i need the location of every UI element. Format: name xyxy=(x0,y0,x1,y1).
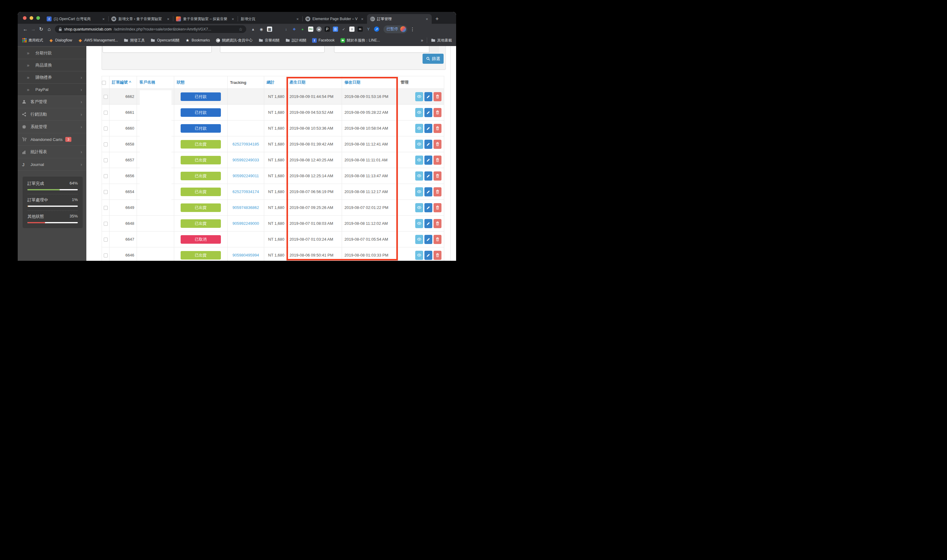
tracking-link[interactable]: 905992249033 xyxy=(233,158,259,162)
filter-input-2[interactable] xyxy=(220,46,325,53)
edit-order-button[interactable] xyxy=(424,219,432,228)
sidebar-item-購物禮券[interactable]: »購物禮券› xyxy=(18,71,86,83)
tab-close-icon[interactable]: × xyxy=(296,17,299,22)
view-order-button[interactable] xyxy=(415,219,423,228)
view-order-button[interactable] xyxy=(415,92,423,101)
browser-tab[interactable]: f(1) OpenCart 台灣電商× xyxy=(44,14,108,24)
edit-order-button[interactable] xyxy=(424,140,432,149)
delete-order-button[interactable] xyxy=(434,140,442,149)
edit-order-button[interactable] xyxy=(424,251,432,260)
check-extension-icon[interactable]: ✓ xyxy=(341,26,346,32)
sort-status[interactable]: 狀態 xyxy=(177,80,185,85)
line-extension-icon[interactable]: ● xyxy=(316,26,322,32)
bookmark-item[interactable]: Opencart相關 xyxy=(151,38,179,43)
bookmark-item[interactable]: ★Bookmarks xyxy=(185,38,210,43)
sidebar-item-客戶管理[interactable]: 客戶管理› xyxy=(18,96,86,108)
edit-order-button[interactable] xyxy=(424,108,432,117)
edit-order-button[interactable] xyxy=(424,171,432,181)
browser-tab[interactable]: 新增分頁× xyxy=(238,14,302,24)
delete-order-button[interactable] xyxy=(434,203,442,212)
edit-order-button[interactable] xyxy=(424,187,432,197)
profile-chip[interactable]: 已暫停 xyxy=(383,25,407,33)
bookmark-item[interactable]: 設計相關 xyxy=(285,38,306,43)
sort-created[interactable]: 產生日期 xyxy=(289,80,305,85)
drive-extension-icon[interactable]: ▲ xyxy=(251,26,256,32)
tab-close-icon[interactable]: × xyxy=(425,17,429,22)
tracking-link[interactable]: 905974836862 xyxy=(233,205,259,210)
row-checkbox[interactable] xyxy=(104,158,108,162)
sidebar-item-paypal[interactable]: »PayPal› xyxy=(18,83,86,96)
tracking-link[interactable]: 625270934185 xyxy=(233,142,259,146)
sort-total[interactable]: 總計 xyxy=(266,80,274,85)
delete-order-button[interactable] xyxy=(434,187,442,197)
camera-extension-icon[interactable]: ◉ xyxy=(259,26,264,32)
tracking-link[interactable]: 905992249000 xyxy=(233,221,259,226)
home-button[interactable]: ⌂ xyxy=(45,26,53,32)
sidebar-item-行銷活動[interactable]: 行銷活動› xyxy=(18,108,86,121)
back-button[interactable]: ← xyxy=(22,26,29,32)
browser-tab[interactable]: 量子音樂實驗室 – 探索音樂× xyxy=(173,14,238,24)
view-order-button[interactable] xyxy=(415,187,423,197)
sidebar-item-統計報表[interactable]: 統計報表› xyxy=(18,146,86,158)
sidebar-item-journal[interactable]: JJournal› xyxy=(18,158,86,171)
view-order-button[interactable] xyxy=(415,155,423,165)
minimize-window-button[interactable] xyxy=(29,16,33,20)
delete-order-button[interactable] xyxy=(434,124,442,133)
tracking-link[interactable]: 625270934174 xyxy=(233,189,259,194)
sidebar-item-系統管理[interactable]: 系統管理› xyxy=(18,121,86,133)
bookmark-item[interactable]: ◆AWS Management... xyxy=(78,38,118,43)
qr-extension-icon[interactable]: ▦ xyxy=(267,26,272,32)
maximize-window-button[interactable] xyxy=(36,16,40,20)
delete-order-button[interactable] xyxy=(434,219,442,228)
edit-order-button[interactable] xyxy=(424,124,432,133)
scrollbar[interactable] xyxy=(450,46,451,261)
tracking-link[interactable]: 905992249011 xyxy=(233,174,259,178)
delete-order-button[interactable] xyxy=(434,108,442,117)
new-tab-button[interactable]: + xyxy=(435,15,439,22)
view-order-button[interactable] xyxy=(415,203,423,212)
download-extension-icon[interactable]: ↓ xyxy=(283,26,289,32)
evernote-extension-icon[interactable]: ● xyxy=(300,26,305,32)
browser-tab[interactable]: W新增文章 ‹ 量子音樂實驗室× xyxy=(108,14,173,24)
delete-order-button[interactable] xyxy=(434,251,442,260)
compass-extension-icon[interactable]: ↗ xyxy=(374,26,379,32)
sort-order-id[interactable]: 訂單編號 ^ xyxy=(112,80,131,85)
bookmark-item[interactable]: fFacebook xyxy=(312,38,335,43)
filter-button[interactable]: 篩選 xyxy=(423,54,443,64)
bookshare-extension-icon[interactable]: ≡ xyxy=(350,26,354,32)
sidebar-item-商品退換[interactable]: »商品退換 xyxy=(18,59,86,71)
row-checkbox[interactable] xyxy=(104,111,108,115)
bookmark-item[interactable]: 音樂相關 xyxy=(259,38,279,43)
tab-close-icon[interactable]: × xyxy=(360,17,364,22)
bookmark-item[interactable]: 開發工具 xyxy=(124,38,145,43)
bookmarks-overflow-icon[interactable]: » xyxy=(421,38,423,43)
edit-order-button[interactable] xyxy=(424,155,432,165)
filter-input-3[interactable] xyxy=(334,46,439,53)
code-extension-icon[interactable] xyxy=(275,26,280,32)
row-checkbox[interactable] xyxy=(104,222,108,226)
view-order-button[interactable] xyxy=(415,235,423,244)
other-bookmarks-button[interactable]: 其他書籤 xyxy=(431,38,452,43)
row-checkbox[interactable] xyxy=(104,238,108,242)
tab-close-icon[interactable]: × xyxy=(102,17,105,22)
view-order-button[interactable] xyxy=(415,171,423,181)
bookmark-item[interactable]: ◆Dialogflow xyxy=(49,38,72,43)
row-checkbox[interactable] xyxy=(104,206,108,210)
browser-tab[interactable]: WElementor Page Builder – V× xyxy=(302,14,367,24)
row-checkbox[interactable] xyxy=(104,126,108,131)
row-checkbox[interactable] xyxy=(104,174,108,178)
address-bar[interactable]: shop.quantummusiclab.com/admin/index.php… xyxy=(55,25,246,33)
parking-extension-icon[interactable]: P xyxy=(325,26,330,32)
forward-button[interactable]: → xyxy=(29,26,37,32)
select-all-checkbox[interactable] xyxy=(102,81,106,85)
edit-order-button[interactable] xyxy=(424,235,432,244)
close-window-button[interactable] xyxy=(23,16,26,20)
branch-extension-icon[interactable]: Y xyxy=(366,26,371,32)
delete-order-button[interactable] xyxy=(434,235,442,244)
edit-order-button[interactable] xyxy=(424,203,432,212)
delete-order-button[interactable] xyxy=(434,155,442,165)
bookmark-item[interactable]: 關網資訊-會員中心 xyxy=(216,38,253,43)
browser-menu-icon[interactable]: ⋮ xyxy=(410,26,415,32)
tag-extension-icon[interactable]: B xyxy=(333,26,338,32)
tab-close-icon[interactable]: × xyxy=(231,17,235,22)
